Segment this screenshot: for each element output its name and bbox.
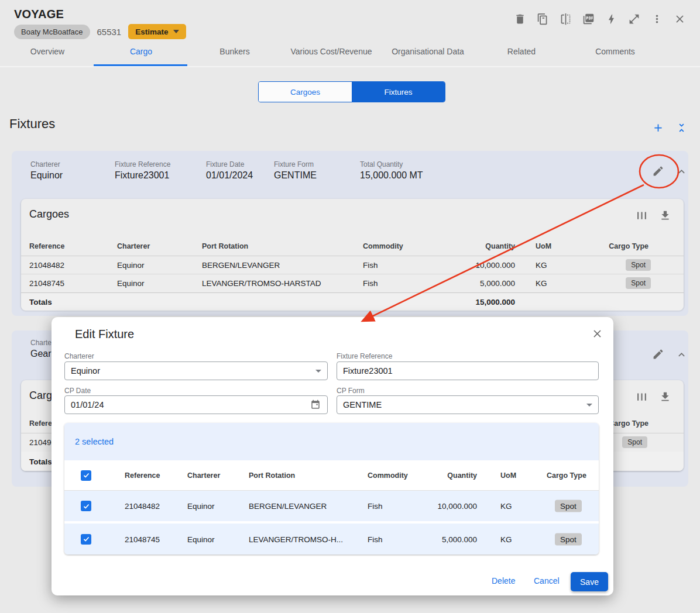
cancel-button[interactable]: Cancel xyxy=(534,576,560,586)
column-header: Port Rotation xyxy=(202,242,248,250)
download-icon[interactable] xyxy=(658,208,672,222)
cargo-type-badge: Spot xyxy=(555,533,582,545)
caret-down-icon xyxy=(586,404,592,407)
page-title: VOYAGE xyxy=(14,8,64,21)
bolt-icon[interactable] xyxy=(604,12,618,26)
field-value: GENTIME xyxy=(274,170,317,181)
cell-commodity: Fish xyxy=(363,279,378,288)
column-header: Reference xyxy=(29,242,64,250)
column-header: Charterer xyxy=(187,471,220,480)
column-header: Cargo Type xyxy=(609,242,648,250)
tab-bunkers[interactable]: Bunkers xyxy=(219,47,249,56)
cell-quantity: 5,000.000 xyxy=(480,279,515,288)
cargo-type-badge: Spot xyxy=(626,277,651,289)
tab-related[interactable]: Related xyxy=(507,47,536,56)
more-menu-icon[interactable] xyxy=(650,12,664,26)
close-icon[interactable] xyxy=(672,12,687,26)
toggle-fixtures-button[interactable]: Fixtures xyxy=(352,82,445,102)
fixture-card-1: Charterer Equinor Fixture Reference Fixt… xyxy=(12,151,688,316)
cp-date-input[interactable]: 01/01/24 xyxy=(64,395,328,414)
toggle-cargoes-button[interactable]: Cargoes xyxy=(259,82,352,102)
column-header: Commodity xyxy=(368,471,408,480)
tab-cargo[interactable]: Cargo xyxy=(130,47,152,56)
tab-various-cost-revenue[interactable]: Various Cost/Revenue xyxy=(290,47,372,56)
cell-quantity: 10,000.000 xyxy=(475,260,515,269)
download-icon[interactable] xyxy=(658,390,672,404)
add-fixture-icon[interactable] xyxy=(651,120,665,135)
cell-uom: KG xyxy=(500,502,512,511)
collapse-card-chevron-icon[interactable] xyxy=(674,347,688,361)
field-value: Fixture23001 xyxy=(115,170,170,181)
expand-icon[interactable] xyxy=(627,12,641,26)
modal-cargo-row[interactable]: 21048745 Equinor LEVANGER/TROMSO-H... Fi… xyxy=(64,524,599,555)
cp-date-label: CP Date xyxy=(64,387,91,395)
cargoes-card-1: Cargoes Reference Charterer Port Rotatio… xyxy=(21,199,684,310)
cargo-row[interactable]: 21048745 Equinor LEVANGER/TROMSO-HARSTAD… xyxy=(21,274,684,292)
column-header: Commodity xyxy=(363,242,403,250)
cell-charterer: Equinor xyxy=(117,279,145,288)
charterer-label: Charterer xyxy=(64,352,94,360)
cell-reference: 21048482 xyxy=(29,260,64,269)
fixtures-section-title: Fixtures xyxy=(9,116,55,132)
column-header: UoM xyxy=(536,242,551,250)
cell-quantity: 10,000.000 xyxy=(437,502,477,511)
field-label: Fixture Reference xyxy=(115,160,170,168)
estimate-dropdown-button[interactable]: Estimate xyxy=(128,24,186,39)
totals-label: Totals xyxy=(29,457,52,466)
cell-charterer: Equinor xyxy=(187,502,215,511)
field-value: Equinor xyxy=(30,170,63,181)
tab-overview[interactable]: Overview xyxy=(30,47,64,56)
delete-button[interactable]: Delete xyxy=(492,576,515,586)
row-checkbox[interactable] xyxy=(81,501,91,511)
field-value: 01/01/2024 xyxy=(206,170,253,181)
totals-label: Totals xyxy=(29,298,52,306)
columns-icon[interactable] xyxy=(634,390,648,404)
flip-compare-icon[interactable] xyxy=(558,12,572,26)
cell-port-rotation: BERGEN/LEVANGER xyxy=(249,502,327,511)
cargoes-title: Cargoes xyxy=(29,208,69,221)
cell-charterer: Equinor xyxy=(187,535,215,543)
cell-reference: 21048482 xyxy=(125,502,160,511)
edit-fixture-pencil-icon[interactable] xyxy=(651,347,665,361)
field-label: Fixture Form xyxy=(274,160,317,168)
column-header: Charterer xyxy=(117,242,150,250)
row-checkbox[interactable] xyxy=(81,534,91,545)
edit-fixture-pencil-icon[interactable] xyxy=(651,164,665,178)
cell-reference: 21048745 xyxy=(29,279,64,288)
charterer-select[interactable]: Equinor xyxy=(64,361,328,380)
tab-organisational-data[interactable]: Organisational Data xyxy=(392,47,464,56)
collapse-all-icon[interactable] xyxy=(674,120,688,135)
cell-uom: KG xyxy=(500,535,512,543)
cell-port-rotation: BERGEN/LEVANGER xyxy=(202,260,280,269)
delete-icon[interactable] xyxy=(513,12,527,26)
duplicate-icon[interactable] xyxy=(536,12,550,26)
caret-down-icon xyxy=(315,370,321,373)
cargo-type-badge: Spot xyxy=(626,259,651,271)
tab-comments[interactable]: Comments xyxy=(595,47,635,56)
columns-icon[interactable] xyxy=(634,208,648,222)
cell-uom: KG xyxy=(536,260,547,269)
cargo-row[interactable]: 21048482 Equinor BERGEN/LEVANGER Fish 10… xyxy=(21,256,684,274)
pdf-icon[interactable] xyxy=(581,12,595,26)
modal-title: Edit Fixture xyxy=(75,328,134,341)
column-header: Port Rotation xyxy=(249,471,295,480)
save-button[interactable]: Save xyxy=(571,572,608,591)
cargo-type-badge: Spot xyxy=(555,500,582,512)
voyage-window: VOYAGE Boaty McBoatface 65531 Estimate xyxy=(0,0,700,613)
column-header: UoM xyxy=(500,471,516,480)
cargo-selection-table: 2 selected Reference Charterer Port Rota… xyxy=(64,423,599,555)
field-label: Total Quantity xyxy=(360,160,423,168)
cargo-type-badge: Spot xyxy=(622,436,647,448)
column-header: Cargo Type xyxy=(609,419,648,428)
cp-form-select[interactable]: GENTIME xyxy=(337,395,599,414)
collapse-card-chevron-icon[interactable] xyxy=(674,164,688,178)
fixture-reference-input[interactable]: Fixture23001 xyxy=(337,361,599,380)
modal-close-icon[interactable] xyxy=(590,326,604,340)
select-all-checkbox[interactable] xyxy=(81,470,91,481)
view-toggle: Cargoes Fixtures xyxy=(258,81,445,102)
field-label: Charterer xyxy=(30,160,63,168)
cargoes-table-header: Reference Charterer Port Rotation Commod… xyxy=(21,237,684,256)
edit-fixture-modal: Edit Fixture Charterer Equinor Fixture R… xyxy=(52,317,613,595)
modal-cargo-row[interactable]: 21048482 Equinor BERGEN/LEVANGER Fish 10… xyxy=(64,491,599,521)
calendar-icon[interactable] xyxy=(310,399,321,411)
